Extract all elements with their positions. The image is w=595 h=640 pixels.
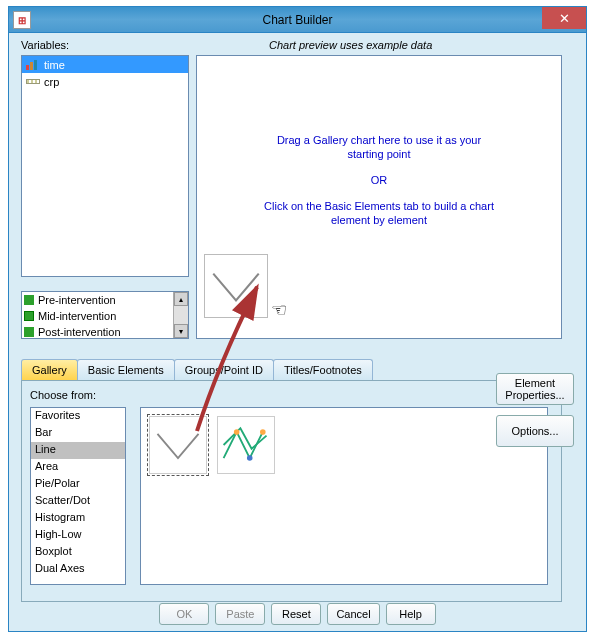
line-chart-multi-thumb[interactable] xyxy=(217,416,275,474)
variables-label: Variables: xyxy=(21,39,69,51)
canvas-hint-line2: starting point xyxy=(197,148,561,160)
chart-type-item[interactable]: Bar xyxy=(31,425,125,442)
dragged-chart-thumbnail[interactable] xyxy=(204,254,268,318)
canvas-hint-line4: element by element xyxy=(197,214,561,226)
gallery-thumbnails xyxy=(140,407,548,585)
category-row[interactable]: Post-intervention xyxy=(22,324,173,338)
canvas-hint-line3: Click on the Basic Elements tab to build… xyxy=(197,200,561,212)
help-button[interactable]: Help xyxy=(386,603,436,625)
chart-type-item[interactable]: Histogram xyxy=(31,510,125,527)
chart-type-item-line[interactable]: Line xyxy=(31,442,125,459)
category-row[interactable]: Pre-intervention xyxy=(22,292,173,308)
canvas-hint-line1: Drag a Gallery chart here to use it as y… xyxy=(197,134,561,146)
categories-list[interactable]: Pre-intervention Mid-intervention Post-i… xyxy=(21,291,189,339)
preview-label: Chart preview uses example data xyxy=(269,39,432,51)
svg-point-1 xyxy=(247,455,253,461)
chart-type-item[interactable]: High-Low xyxy=(31,527,125,544)
app-icon: ⊞ xyxy=(13,11,31,29)
tab-gallery[interactable]: Gallery xyxy=(21,359,78,381)
tab-basic-elements[interactable]: Basic Elements xyxy=(77,359,175,381)
bar-chart-icon xyxy=(26,60,40,70)
chart-type-item[interactable]: Pie/Polar xyxy=(31,476,125,493)
categories-scrollbar[interactable]: ▴ ▾ xyxy=(173,292,188,338)
dialog-buttons: OK Paste Reset Cancel Help xyxy=(9,603,586,625)
chart-type-item[interactable]: Favorites xyxy=(31,408,125,425)
paste-button[interactable]: Paste xyxy=(215,603,265,625)
ruler-icon xyxy=(26,79,40,84)
line-chart-simple-thumb[interactable] xyxy=(149,416,207,474)
variable-row-time[interactable]: time xyxy=(22,56,188,73)
chart-builder-window: ⊞ Chart Builder ✕ Variables: Chart previ… xyxy=(8,6,587,632)
cancel-button[interactable]: Cancel xyxy=(327,603,379,625)
choose-from-label: Choose from: xyxy=(30,389,96,401)
chart-type-item[interactable]: Boxplot xyxy=(31,544,125,561)
chart-type-list[interactable]: Favorites Bar Line Area Pie/Polar Scatte… xyxy=(30,407,126,585)
variable-row-crp[interactable]: crp xyxy=(22,73,188,90)
scroll-down-button[interactable]: ▾ xyxy=(174,324,188,338)
color-swatch-icon xyxy=(24,295,34,305)
ok-button[interactable]: OK xyxy=(159,603,209,625)
titlebar[interactable]: ⊞ Chart Builder ✕ xyxy=(9,7,586,33)
reset-button[interactable]: Reset xyxy=(271,603,321,625)
chart-type-item[interactable]: Scatter/Dot xyxy=(31,493,125,510)
svg-point-0 xyxy=(234,429,240,435)
tab-titles-footnotes[interactable]: Titles/Footnotes xyxy=(273,359,373,381)
svg-point-2 xyxy=(260,429,266,435)
gallery-panel: Choose from: Favorites Bar Line Area Pie… xyxy=(21,380,562,602)
scrollbar-track[interactable] xyxy=(174,306,188,324)
variables-list[interactable]: time crp xyxy=(21,55,189,277)
tab-groups-point-id[interactable]: Groups/Point ID xyxy=(174,359,274,381)
color-swatch-icon xyxy=(24,327,34,337)
category-row[interactable]: Mid-intervention xyxy=(22,308,173,324)
scroll-up-button[interactable]: ▴ xyxy=(174,292,188,306)
window-title: Chart Builder xyxy=(262,13,332,27)
element-properties-button[interactable]: Element Properties... xyxy=(496,373,574,405)
variable-name: crp xyxy=(44,76,59,88)
chart-type-item[interactable]: Dual Axes xyxy=(31,561,125,578)
variable-name: time xyxy=(44,59,65,71)
chart-type-item[interactable]: Area xyxy=(31,459,125,476)
canvas-hint-or: OR xyxy=(197,174,561,186)
options-button[interactable]: Options... xyxy=(496,415,574,447)
close-button[interactable]: ✕ xyxy=(542,7,586,29)
tabs: Gallery Basic Elements Groups/Point ID T… xyxy=(21,359,372,381)
color-swatch-icon xyxy=(24,311,34,321)
cursor-icon: ☜ xyxy=(271,299,287,321)
